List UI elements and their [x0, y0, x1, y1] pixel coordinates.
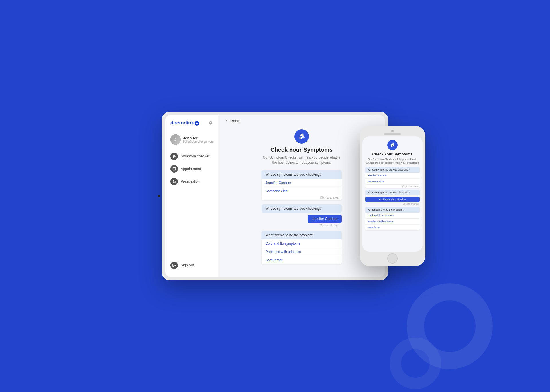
click-to-change-hint-2: Click to change — [320, 223, 341, 227]
logo-plus-badge — [195, 121, 199, 126]
phone-screen: Check Your Symptoms Our Symptom Checker … — [362, 136, 423, 252]
phone-question-1-header: Whose symptoms are you checking? — [365, 167, 420, 173]
phone-answer-bubble-2[interactable]: Problems with urination — [365, 197, 420, 202]
phone-question-2-bubble: Whose symptoms are you checking? — [365, 190, 420, 195]
problem-header: What seems to be the problem? — [262, 231, 342, 239]
phone-camera — [391, 130, 394, 132]
phone-option-cold-flu[interactable]: Cold and flu symptoms — [365, 213, 420, 219]
logo: doctorlink — [170, 120, 199, 126]
scene-wrapper: doctorlink J Jennifer hello@danielkorp — [162, 112, 388, 280]
question-1-header: Whose symptoms are you checking? — [262, 170, 342, 179]
logo-text: doctorlink — [170, 120, 194, 126]
page-subtitle: Our Symptom Checker will help you decide… — [263, 155, 340, 165]
phone-click-change-2: Click to change — [365, 202, 420, 205]
phone-speaker — [384, 133, 401, 135]
symptom-checker-label: Symptom checker — [181, 154, 209, 158]
option-someone-else[interactable]: Someone else — [262, 187, 342, 195]
avatar-image: J — [170, 134, 181, 145]
answer-bubble-2[interactable]: Jennifer Gardner — [308, 215, 341, 223]
sidebar-item-symptom-checker[interactable]: Symptom checker — [165, 150, 218, 163]
back-label: Back — [231, 119, 239, 123]
tablet-screen: doctorlink J Jennifer hello@danielkorp — [165, 115, 385, 277]
prescription-label: Prescription — [181, 179, 200, 183]
sidebar-item-appointment[interactable]: Appointment — [165, 163, 218, 175]
sign-out-label: Sign out — [181, 263, 194, 267]
avatar: J — [170, 134, 181, 145]
sidebar-item-prescription[interactable]: Prescription — [165, 175, 218, 188]
problem-card-3: What seems to be the problem? Cold and f… — [262, 231, 342, 264]
option-jennifer-gardner[interactable]: Jennifer Gardner — [262, 179, 342, 187]
back-arrow-icon: ← — [225, 118, 229, 123]
option-urination[interactable]: Problems with urination — [262, 248, 342, 256]
question-answered-card-2: Whose symptoms are you checking? Jennife… — [262, 204, 342, 227]
sidebar: doctorlink J Jennifer hello@danielkorp — [165, 115, 218, 277]
user-name: Jennifer — [183, 136, 214, 140]
stethoscope-icon — [170, 153, 178, 160]
phone-click-answer-1: Click to answer — [365, 185, 420, 188]
symptom-checker-icon — [294, 129, 309, 144]
phone-problem-header: What seems to be the problem? — [365, 207, 420, 213]
user-email: hello@danielkorpai.com — [183, 140, 214, 143]
back-button[interactable]: ← Back — [225, 118, 378, 123]
phone-option-someone-else[interactable]: Someone else — [365, 179, 420, 185]
question-2-bubble: Whose symptoms are you checking? — [262, 204, 342, 213]
tablet-side-button — [158, 195, 160, 197]
bg-decoration-circle-2 — [390, 338, 441, 389]
phone-question-card-1: Whose symptoms are you checking? Jennife… — [365, 167, 420, 188]
gear-icon[interactable] — [208, 120, 213, 126]
sidebar-logo-area: doctorlink — [165, 120, 218, 132]
option-sore-throat[interactable]: Sore throat — [262, 256, 342, 264]
user-info: J Jennifer hello@danielkorpai.com — [165, 132, 218, 150]
phone-home-button[interactable] — [387, 253, 398, 264]
user-details: Jennifer hello@danielkorpai.com — [183, 136, 214, 143]
page-title: Check Your Symptoms — [270, 146, 333, 153]
phone-answered-section-2: Whose symptoms are you checking? Problem… — [365, 190, 420, 205]
nav-items: Symptom checker Appointment Prescription — [165, 150, 218, 259]
phone-option-urination[interactable]: Problems with urination — [365, 219, 420, 225]
phone-symptom-icon — [387, 140, 398, 150]
calendar-icon — [170, 165, 178, 173]
phone-page-subtitle: Our Symptom Checker will help you decide… — [365, 157, 420, 165]
phone-device: Check Your Symptoms Our Symptom Checker … — [360, 126, 425, 266]
click-to-answer-hint-1: Click to answer — [262, 195, 342, 200]
document-icon — [170, 178, 178, 185]
option-cold-flu[interactable]: Cold and flu symptoms — [262, 239, 342, 248]
top-bar: ← Back — [218, 115, 385, 126]
tablet-device: doctorlink J Jennifer hello@danielkorp — [162, 112, 388, 280]
appointment-label: Appointment — [181, 167, 201, 171]
sign-out-icon — [170, 262, 178, 269]
question-card-1: Whose symptoms are you checking? Jennife… — [262, 170, 342, 200]
sign-out-button[interactable]: Sign out — [165, 259, 218, 272]
phone-option-sore-throat[interactable]: Sore throat — [365, 225, 420, 230]
phone-page-title: Check Your Symptoms — [372, 152, 412, 156]
phone-problem-card-3: What seems to be the problem? Cold and f… — [365, 207, 420, 230]
phone-option-jennifer[interactable]: Jennifer Gardner — [365, 173, 420, 179]
